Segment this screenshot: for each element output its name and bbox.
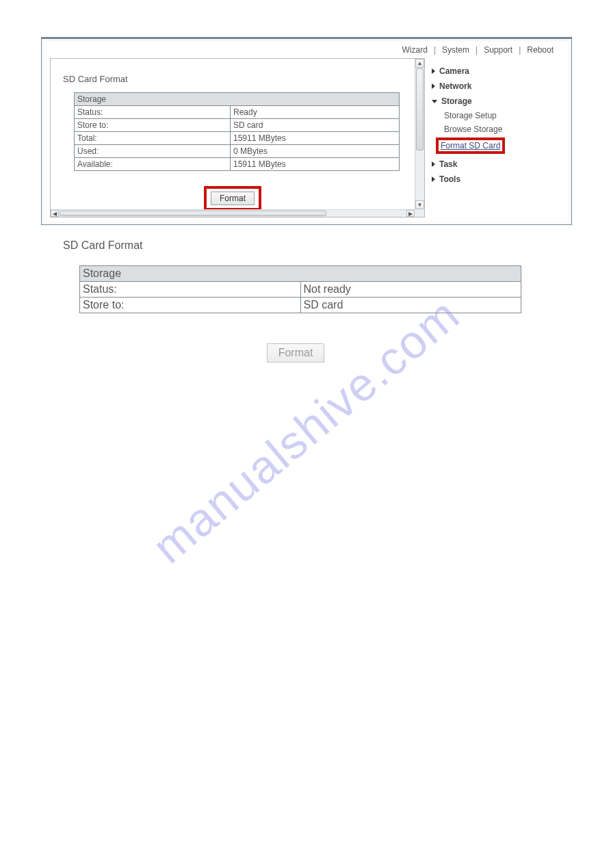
row-key: Available: <box>75 158 231 171</box>
content-scrollarea: SD Card Format Storage Status: Ready Sto… <box>51 59 415 209</box>
link-wizard[interactable]: Wizard <box>402 45 428 55</box>
highlight-box: Format SD Card <box>436 137 505 154</box>
row-key: Store to: <box>75 119 231 132</box>
nav-item-network[interactable]: Network <box>432 79 564 94</box>
row-value: 15911 MBytes <box>231 158 400 171</box>
table-row: Total: 15911 MBytes <box>75 132 400 145</box>
table-row: Status: Ready <box>75 106 400 119</box>
nav-label: Task <box>439 159 457 169</box>
nav-label: Network <box>439 81 471 91</box>
page-title: SD Card Format <box>63 239 528 252</box>
nav-label: Tools <box>439 174 460 184</box>
table-row: Available: 15911 MBytes <box>75 158 400 171</box>
row-value: SD card <box>300 298 521 313</box>
app-inner: Wizard | System | Support | Reboot SD Ca… <box>44 42 569 222</box>
content-panel: SD Card Format Storage Status: Ready Sto… <box>50 58 425 218</box>
row-key: Used: <box>75 145 231 158</box>
app-window: Wizard | System | Support | Reboot SD Ca… <box>41 37 572 225</box>
format-button-wrap: Format <box>63 343 528 363</box>
row-value: Not ready <box>300 282 521 298</box>
storage-table: Storage Status: Ready Store to: SD card <box>74 92 400 171</box>
row-key: Status: <box>80 282 301 298</box>
nav-item-tools[interactable]: Tools <box>432 172 564 187</box>
row-value: 0 MBytes <box>231 145 400 158</box>
link-support[interactable]: Support <box>484 45 512 55</box>
scroll-corner <box>415 209 424 217</box>
chevron-right-icon <box>432 83 435 89</box>
format-button-disabled: Format <box>267 343 325 363</box>
row-key: Total: <box>75 132 231 145</box>
top-link-bar: Wizard | System | Support | Reboot <box>44 42 569 58</box>
storage-table-header: Storage <box>80 266 521 282</box>
table-row: Store to: SD card <box>75 119 400 132</box>
format-button[interactable]: Format <box>211 192 255 205</box>
scroll-up-icon[interactable]: ▲ <box>415 59 424 68</box>
row-value: SD card <box>231 119 400 132</box>
scroll-left-icon[interactable]: ◀ <box>51 210 59 217</box>
nav-label: Camera <box>439 66 469 76</box>
scroll-thumb[interactable] <box>416 68 424 150</box>
link-reboot[interactable]: Reboot <box>527 45 554 55</box>
link-separator: | <box>476 45 478 55</box>
table-row: Status: Not ready <box>80 282 521 298</box>
storage-table-2: Storage Status: Not ready Store to: SD c… <box>79 265 521 313</box>
page-title: SD Card Format <box>51 59 415 92</box>
link-separator: | <box>434 45 436 55</box>
chevron-right-icon <box>432 68 435 74</box>
main-row: SD Card Format Storage Status: Ready Sto… <box>44 58 569 222</box>
nav-item-storage[interactable]: Storage <box>432 94 564 109</box>
table-row: Used: 0 MBytes <box>75 145 400 158</box>
row-key: Store to: <box>80 298 301 313</box>
horizontal-scrollbar[interactable]: ◀ ▶ <box>51 209 415 217</box>
storage-table-header: Storage <box>75 93 400 106</box>
chevron-down-icon <box>432 100 437 103</box>
scroll-down-icon[interactable]: ▼ <box>415 200 424 209</box>
scroll-right-icon[interactable]: ▶ <box>406 210 415 217</box>
row-key: Status: <box>75 106 231 119</box>
format-button-wrap: Format <box>51 186 415 209</box>
row-value: 15911 MBytes <box>231 132 400 145</box>
side-nav: Camera Network Storage Storage Setup Bro… <box>425 58 569 222</box>
hscroll-thumb[interactable] <box>60 211 326 216</box>
nav-sub-storage-setup[interactable]: Storage Setup <box>432 109 564 122</box>
chevron-right-icon <box>432 176 435 182</box>
lower-section: SD Card Format Storage Status: Not ready… <box>63 239 528 363</box>
link-separator: | <box>519 45 521 55</box>
nav-item-task[interactable]: Task <box>432 157 564 172</box>
table-row: Store to: SD card <box>80 298 521 313</box>
highlight-box: Format <box>204 186 261 209</box>
vertical-scrollbar[interactable]: ▲ ▼ <box>415 59 424 209</box>
chevron-right-icon <box>432 161 435 167</box>
nav-label: Storage <box>441 96 472 106</box>
nav-sub-format-sd[interactable]: Format SD Card <box>439 140 502 151</box>
nav-item-camera[interactable]: Camera <box>432 64 564 79</box>
row-value: Ready <box>231 106 400 119</box>
link-system[interactable]: System <box>442 45 469 55</box>
nav-sub-browse-storage[interactable]: Browse Storage <box>432 122 564 136</box>
